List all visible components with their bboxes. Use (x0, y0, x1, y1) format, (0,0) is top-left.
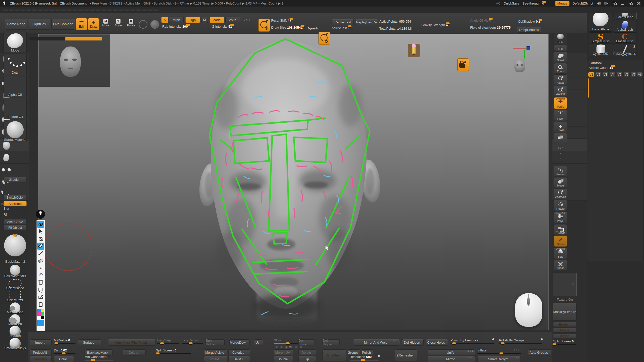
scale-mode-button[interactable]: SScale (113, 19, 124, 30)
clear-screen-button[interactable] (37, 279, 44, 286)
button-import[interactable]: Import (30, 339, 52, 345)
mrgb-button[interactable]: Mrgb (169, 17, 184, 23)
screenshot-button[interactable] (37, 294, 44, 301)
button-resolution[interactable]: Resolution680 (350, 355, 379, 360)
button-mergedown[interactable]: MergeDown (229, 339, 250, 345)
slider-handle[interactable] (452, 342, 456, 344)
menu-item-zplugin[interactable] (142, 9, 147, 11)
pencil-gravity-icon[interactable] (408, 44, 420, 57)
subtool-scrollbar[interactable] (588, 78, 589, 98)
pen-tool-button[interactable] (37, 243, 44, 250)
right-strip-tool-ghost[interactable]: Ghost (554, 236, 567, 247)
button-dynamesh[interactable]: DynaMesh (323, 349, 346, 361)
color-swatch-ffe400[interactable] (41, 309, 44, 312)
alpha-off[interactable]: Alpha Off (4, 76, 27, 97)
sidebar-item-blur[interactable]: Blur (4, 207, 27, 210)
menu-item-picker[interactable] (96, 9, 101, 11)
slider-track[interactable] (451, 343, 494, 344)
button-del-lower[interactable]: Del Lower (298, 339, 314, 345)
shelf-drag-handle[interactable] (274, 346, 305, 348)
menu-item-macro[interactable] (72, 9, 77, 11)
line-tool-button[interactable] (37, 250, 44, 257)
sidebar-item-accucurve[interactable]: AccuCurve (4, 219, 27, 224)
menu-item-movie[interactable] (90, 9, 95, 11)
menu-item-render[interactable] (107, 9, 112, 11)
sidebar-item-selectlasso[interactable]: SelectLasso (4, 279, 27, 290)
clipboard-button[interactable] (37, 301, 44, 308)
button-morph-uv[interactable]: Morph UV (274, 349, 293, 355)
sidebar-item-basicmaterial[interactable]: BasicMaterial (4, 231, 27, 264)
button-close-holes[interactable]: Close Holes (426, 339, 448, 346)
right-strip-tool-actual[interactable]: Actual (554, 74, 567, 85)
button-auto-mask-fibermesh[interactable]: Auto Mask FiberMesh (108, 339, 155, 346)
button-unify[interactable]: Unify X Y Z (428, 349, 475, 355)
slider-track[interactable] (54, 343, 75, 344)
button-surface[interactable]: Surface (78, 339, 101, 345)
slider-track[interactable] (156, 353, 191, 354)
button-crease[interactable]: Crease (553, 333, 576, 338)
button-smart-resym[interactable]: Smart ReSym X Y Z (477, 356, 521, 362)
see-through-slider[interactable]: See-through 0 (522, 2, 552, 5)
show-ink-button[interactable] (37, 221, 44, 228)
button-split-screen[interactable]: Split Screen0 (553, 339, 576, 345)
button-mirror-and-weld[interactable]: Mirror And Weld X Y Z (353, 339, 400, 346)
button-lazystep[interactable]: LazyStep (157, 338, 179, 344)
slider-track[interactable] (274, 343, 298, 344)
right-strip-tool-aahalf[interactable]: AAHalf (554, 86, 567, 96)
draw-mode-button[interactable]: Draw (88, 18, 99, 30)
menu-item-draw[interactable] (26, 9, 31, 11)
button-delete[interactable]: Delete (298, 349, 316, 355)
home-page-button[interactable]: Home Page (5, 19, 27, 30)
cycle-ui-icon[interactable] (612, 2, 617, 5)
texture-off[interactable]: Texture Off (4, 98, 27, 119)
spix-slider[interactable]: SPix (554, 45, 567, 51)
slider-track[interactable] (499, 343, 542, 344)
button-split-hidden[interactable]: Split Hidden (206, 339, 225, 345)
move-mode-button[interactable]: MMove (100, 19, 111, 30)
zcut-button[interactable]: Zcut (242, 17, 253, 23)
right-strip-tool-transp[interactable]: Transp (554, 224, 567, 235)
right-strip-tool-move[interactable]: Move (554, 177, 567, 188)
button-colorize[interactable]: Colorize (228, 349, 250, 355)
menus-toggle-button[interactable]: Menus (555, 1, 570, 6)
sculptris-pro-icon[interactable] (139, 20, 147, 29)
sidebar-item-alternate[interactable]: Alternate (4, 201, 27, 206)
button-del-hidden[interactable]: Del Hidden (402, 339, 424, 346)
material-startup[interactable]: StartupMaterial (4, 120, 27, 142)
button-color[interactable]: Color (54, 356, 74, 362)
button-zremesher[interactable]: ZRemesher (395, 349, 417, 361)
slider-track[interactable] (157, 343, 179, 344)
slider-handle[interactable] (553, 343, 556, 345)
slider-track[interactable] (54, 353, 75, 354)
visible-count-slider[interactable]: Visible Count14 (589, 66, 641, 70)
slider-handle[interactable] (361, 359, 365, 361)
right-strip-tool-solo[interactable]: Dynamic Solo (554, 247, 567, 259)
brush-tile-eraserbrush[interactable]: C EraserBrush (613, 32, 636, 43)
lightbox-divider[interactable] (29, 37, 65, 40)
right-strip-tool-persp[interactable]: Dynamic Persp (554, 97, 567, 109)
right-strip-tool-zoom[interactable]: Zoom (554, 63, 567, 74)
sidebar-item-gradient[interactable]: Gradient (4, 177, 27, 182)
lock-camera-button[interactable] (554, 133, 567, 144)
menu-item-layer[interactable] (61, 9, 66, 11)
live-boolean-button[interactable]: Live Boolean (51, 19, 75, 30)
brush-tile-pm3d-cylinder3[interactable]: 2 PM3D_Cylinder3 (613, 44, 636, 56)
dynamic-label[interactable]: Dynamic (308, 27, 318, 30)
right-strip-tool-l-sym[interactable]: L.Sym (554, 122, 567, 132)
subtool-version-tab-v8[interactable]: V8 (637, 72, 643, 77)
edit-mode-button[interactable]: Edit (76, 18, 87, 30)
adjust-last-slider[interactable]: AdjustLast1 (332, 26, 369, 30)
current-color-swatch[interactable] (37, 320, 44, 326)
texture-preview-box[interactable]: Te (553, 273, 577, 296)
replay-stroke-icon[interactable]: D (318, 32, 330, 45)
sidebar-item-masklasso[interactable]: MaskLasso (4, 303, 27, 314)
button-storemt[interactable]: StoreMT (204, 356, 227, 362)
minimize-icon[interactable] (620, 2, 625, 5)
obj-shadow-slider[interactable]: ObjShadow0.3 (518, 20, 563, 23)
rgb-button[interactable]: Rgb (185, 17, 200, 23)
zsub-button[interactable]: Zsub (225, 17, 240, 23)
undo-button[interactable]: ↶ (37, 272, 44, 279)
slider-handle[interactable] (156, 352, 160, 354)
brush-tile-alphabrush[interactable]: AlphaBrush (613, 20, 636, 32)
slider-handle[interactable] (62, 352, 65, 354)
